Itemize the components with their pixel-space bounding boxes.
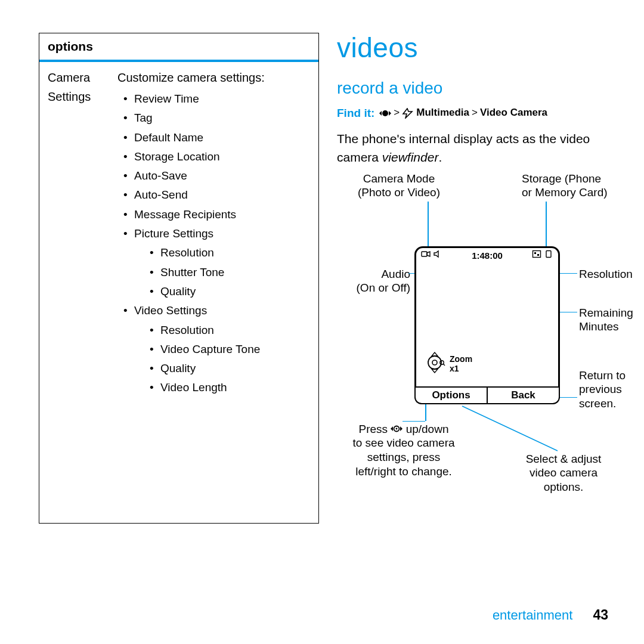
callout-audio: Audio (On or Off) xyxy=(354,267,410,296)
nav-key-icon xyxy=(391,425,402,433)
list-item: Auto-Send xyxy=(121,185,310,205)
svg-rect-14 xyxy=(546,250,551,257)
svg-marker-10 xyxy=(434,251,438,257)
options-table: options Camera Settings Customize camera… xyxy=(39,33,319,524)
footer-page-number: 43 xyxy=(593,607,608,623)
group-picture-settings: Picture Settings xyxy=(134,227,213,240)
viewfinder-screen: 1:48:00 xyxy=(414,246,560,404)
remaining-time: 1:48:00 xyxy=(472,250,503,262)
svg-marker-0 xyxy=(379,111,382,116)
breadcrumb-sep: > xyxy=(472,106,478,120)
center-key-icon xyxy=(379,109,391,118)
list-item: Video Settings Resolution Video Capture … xyxy=(121,301,310,397)
list-item: Quality xyxy=(147,359,310,378)
list-item: Storage Location xyxy=(121,147,310,166)
svg-marker-3 xyxy=(391,426,393,431)
zoom-value: x1 xyxy=(450,364,472,373)
row-label-settings: Settings xyxy=(48,87,104,106)
desc-line-2c: . xyxy=(438,150,442,164)
svg-point-16 xyxy=(432,360,437,365)
callout-line: Minutes xyxy=(579,320,633,334)
callout-line: Return to xyxy=(579,369,626,383)
callout-line: Remaining xyxy=(579,306,633,320)
breadcrumb-sep: > xyxy=(394,106,400,120)
breadcrumb-video-camera: Video Camera xyxy=(480,106,547,120)
viewfinder-diagram: Camera Mode (Photo or Video) Storage (Ph… xyxy=(337,172,635,524)
list-item: Resolution xyxy=(147,321,310,340)
svg-marker-17 xyxy=(432,352,438,356)
find-it-path: Find it: > Multimedia > Video Camera xyxy=(337,106,635,121)
options-row-label: Camera Settings xyxy=(48,68,104,398)
callout-line: to see video camera xyxy=(344,436,463,450)
breadcrumb-multimedia: Multimedia xyxy=(416,106,469,120)
multimedia-icon xyxy=(402,108,414,119)
zoom-label: Zoom xyxy=(450,355,472,364)
list-item: Shutter Tone xyxy=(147,263,310,282)
softkey-back[interactable]: Back xyxy=(487,388,560,404)
svg-line-7 xyxy=(462,406,558,451)
svg-point-15 xyxy=(428,356,441,369)
svg-marker-9 xyxy=(427,252,430,256)
callout-line: or Memory Card) xyxy=(522,185,608,200)
audio-icon xyxy=(433,250,442,261)
callout-line: Camera Mode xyxy=(358,172,440,186)
desc-line-1: The phone's internal display acts as the… xyxy=(337,132,590,145)
svg-rect-13 xyxy=(537,254,539,256)
list-item: Message Recipients xyxy=(121,205,310,224)
list-item: Video Capture Tone xyxy=(147,340,310,359)
svg-marker-4 xyxy=(400,426,402,431)
softkey-options[interactable]: Options xyxy=(414,388,487,404)
svg-line-20 xyxy=(443,364,445,366)
find-it-label: Find it: xyxy=(337,106,374,121)
svg-marker-18 xyxy=(432,369,438,373)
callout-select-adjust: Select & adjust video camera options. xyxy=(516,452,611,494)
callout-camera-mode: Camera Mode (Photo or Video) xyxy=(358,172,440,200)
row-label-camera: Camera xyxy=(48,68,104,87)
dpad-icon xyxy=(423,351,446,377)
options-header: options xyxy=(39,33,318,62)
list-item: Resolution xyxy=(147,243,310,262)
svg-marker-1 xyxy=(389,111,391,116)
heading-record-a-video: record a video xyxy=(337,77,635,100)
page-footer: entertainment 43 xyxy=(493,607,608,623)
video-mode-icon xyxy=(421,250,431,261)
callout-line: (On or Off) xyxy=(354,281,410,295)
storage-icon xyxy=(544,250,553,261)
list-item: Quality xyxy=(147,282,310,301)
footer-section: entertainment xyxy=(493,608,573,623)
callout-line: Storage (Phone xyxy=(522,172,608,186)
callout-line: options. xyxy=(516,480,611,494)
callout-line: (Photo or Video) xyxy=(358,185,440,200)
callout-resolution: Resolution xyxy=(579,267,633,281)
options-intro: Customize camera settings: xyxy=(117,68,310,87)
callout-line: settings, press xyxy=(344,450,463,465)
resolution-icon xyxy=(532,250,541,261)
callout-line: up/down xyxy=(406,423,449,435)
heading-videos: videos xyxy=(337,29,635,66)
callout-line: previous xyxy=(579,382,626,397)
callout-line: left/right to change. xyxy=(344,465,463,479)
callout-line: video camera xyxy=(516,466,611,480)
callout-line: Press xyxy=(359,423,388,435)
list-item: Video Length xyxy=(147,378,310,397)
callout-line: Resolution xyxy=(579,267,633,281)
status-bar: 1:48:00 xyxy=(416,248,558,265)
svg-rect-12 xyxy=(534,252,536,254)
desc-line-2a: camera xyxy=(337,150,382,164)
svg-rect-11 xyxy=(533,250,541,257)
callout-line: Select & adjust xyxy=(516,452,611,466)
description: The phone's internal display acts as the… xyxy=(337,129,635,167)
svg-point-6 xyxy=(396,428,398,429)
callout-storage: Storage (Phone or Memory Card) xyxy=(522,172,608,200)
callout-line: screen. xyxy=(579,397,626,411)
options-list: Review Time Tag Default Name Storage Loc… xyxy=(117,89,310,398)
callout-nav-hint: Press up/down to see video camera settin… xyxy=(344,422,463,479)
list-item: Tag xyxy=(121,109,310,128)
desc-viewfinder: viewfinder xyxy=(382,150,439,164)
list-item: Review Time xyxy=(121,89,310,109)
list-item: Picture Settings Resolution Shutter Tone… xyxy=(121,224,310,301)
callout-return: Return to previous screen. xyxy=(579,369,626,411)
svg-point-2 xyxy=(382,110,388,116)
list-item: Auto-Save xyxy=(121,166,310,185)
callout-line: Audio xyxy=(354,267,410,281)
